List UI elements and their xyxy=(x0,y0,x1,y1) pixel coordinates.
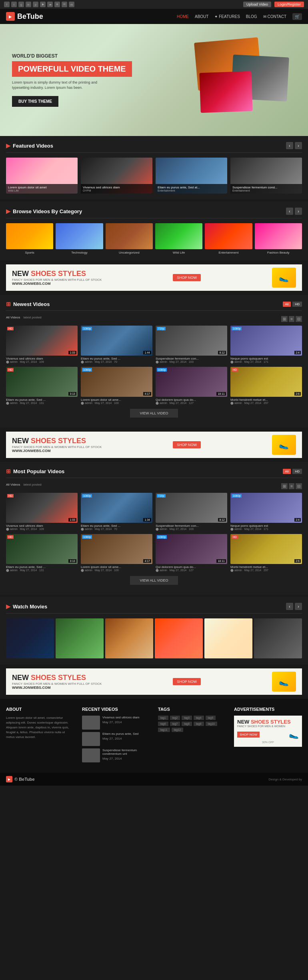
compact-view-icon[interactable]: ⊟ xyxy=(296,316,302,322)
pinterest-icon[interactable]: p xyxy=(33,2,38,7)
vk-icon[interactable]: vk xyxy=(69,2,74,7)
featured-video-4[interactable]: Suspendisse fermentum cond... Entertainm… xyxy=(230,158,302,194)
tag-11[interactable]: tag11 xyxy=(158,728,170,732)
login-register-button[interactable]: Login/Register xyxy=(274,2,304,7)
banner-ad-3[interactable]: NEW SHOES STYLES FANCY SHOES FOR MEN & W… xyxy=(6,668,302,695)
movie-4[interactable] xyxy=(155,618,203,658)
soundcloud-icon[interactable]: ☁ xyxy=(47,2,53,7)
featured-next-arrow[interactable]: › xyxy=(295,142,302,149)
rss-icon[interactable]: ⊛ xyxy=(54,2,60,7)
newest-filter-bar: All Videos latest posted ⊞ ≡ ⊟ xyxy=(6,316,302,322)
tag-4[interactable]: tag4 xyxy=(194,716,204,720)
popular-video-4[interactable]: 1080p 2:4 Neque porro quisquam est ⬤ adm… xyxy=(230,493,302,531)
popular-list-view-icon[interactable]: ≡ xyxy=(289,483,294,489)
footer-ad[interactable]: NEW SHOES STYLES FANCY SHOES FOR MEN & W… xyxy=(234,716,302,747)
category-name-fashion: Fashion Beauty xyxy=(255,251,302,254)
movie-1[interactable] xyxy=(6,618,54,658)
newest-video-2[interactable]: 1080p 1:44 Etiam eu purus ante, Sed ... … xyxy=(81,326,152,364)
popular-video-6[interactable]: 1080p 4:17 Lorem ipsum dolor sit ame... … xyxy=(81,534,152,572)
category-sports[interactable]: Sports xyxy=(6,223,53,254)
featured-video-2[interactable]: Vivamus sed ultrices diam OYPM xyxy=(81,158,152,194)
tag-10[interactable]: tag10 xyxy=(206,722,218,726)
movies-prev-arrow[interactable]: ‹ xyxy=(286,603,293,610)
popular-video-1[interactable]: HD 1:03 Vivamus sed ultrices diam ⬤ admi… xyxy=(6,493,78,531)
newest-video-8[interactable]: HD 2:6 Morbi hendrerit metue et... ⬤ adm… xyxy=(230,367,302,405)
popular-filter-all[interactable]: All xyxy=(283,469,291,474)
popular-video-7[interactable]: 1080p 18:11 Qui dolorem ipsum qua do... … xyxy=(156,534,227,572)
tag-12[interactable]: tag12 xyxy=(172,728,184,732)
banner2-shop-button[interactable]: SHOP NOW xyxy=(173,441,201,448)
banner-shop-button[interactable]: SHOP NOW xyxy=(173,274,201,281)
movie-2[interactable] xyxy=(56,618,104,658)
newest-filter-all[interactable]: All xyxy=(283,302,291,307)
youtube-icon[interactable]: ▶ xyxy=(40,2,46,7)
nav-features[interactable]: ✦ FEATURES xyxy=(214,14,240,19)
logo[interactable]: BeTube xyxy=(6,12,43,21)
newest-vtitle-2: Etiam eu purus ante, Sed ... xyxy=(81,357,152,360)
tag-6[interactable]: tag6 xyxy=(158,722,168,726)
newest-filter-hd[interactable]: HD xyxy=(292,302,302,307)
tag-1[interactable]: tag1 xyxy=(158,716,168,720)
popular-filter-hd[interactable]: HD xyxy=(292,469,302,474)
popular-video-2[interactable]: 1080p 1:34 Etiam eu purus ante, Sed ... … xyxy=(81,493,152,531)
movie-5[interactable] xyxy=(204,618,252,658)
footer-recent-item-2[interactable]: Etiam eu purus ante, Sed May 27, 2014 xyxy=(82,732,150,746)
google-plus-icon[interactable]: g xyxy=(18,2,24,7)
facebook-icon[interactable]: f xyxy=(4,2,10,7)
footer-recent-item-1[interactable]: Vivamus sed ultrices diam May 27, 2014 xyxy=(82,716,150,730)
newest-video-7[interactable]: 1080p 18:11 Qui dolorem ipsum qua do... … xyxy=(156,367,227,405)
grid-view-icon[interactable]: ⊞ xyxy=(281,316,288,322)
popular-view-all-button[interactable]: VIEW ALL VIDEO xyxy=(130,576,178,585)
category-next-arrow[interactable]: › xyxy=(295,208,302,215)
newest-video-4[interactable]: 1080p 2:4 Neque porro quisquam est ⬤ adm… xyxy=(230,326,302,364)
popular-compact-view-icon[interactable]: ⊟ xyxy=(296,483,302,489)
movie-6[interactable] xyxy=(254,618,302,658)
popular-grid-view-icon[interactable]: ⊞ xyxy=(281,483,288,489)
nav-contact[interactable]: ✉ CONTACT xyxy=(263,14,286,19)
email-icon[interactable]: ✉ xyxy=(62,2,67,7)
newest-video-3[interactable]: 720p 8:12 Suspendisse fermentum con... ⬤… xyxy=(156,326,227,364)
popular-video-3[interactable]: 720p 8:12 Suspendisse fermentum con... ⬤… xyxy=(156,493,227,531)
category-uncategorized[interactable]: Uncategorized xyxy=(106,223,153,254)
newest-view-all-button[interactable]: VIEW ALL VIDEO xyxy=(130,409,178,418)
tag-2[interactable]: tag2 xyxy=(170,716,180,720)
category-prev-arrow[interactable]: ‹ xyxy=(286,208,293,215)
banner3-shop-button[interactable]: SHOP NOW xyxy=(173,678,201,685)
tag-8[interactable]: tag8 xyxy=(182,722,192,726)
footer-ad-shop-button[interactable]: SHOP NOW xyxy=(237,732,260,738)
category-technology[interactable]: Technology xyxy=(56,223,103,254)
nav-blog[interactable]: BLOG xyxy=(246,14,257,19)
tag-3[interactable]: tag3 xyxy=(182,716,192,720)
upload-video-button[interactable]: Upload Video xyxy=(243,2,271,7)
featured-prev-arrow[interactable]: ‹ xyxy=(286,142,293,149)
banner-ad-2[interactable]: NEW SHOES STYLES FANCY SHOES FOR MEN & W… xyxy=(6,432,302,458)
nav-about[interactable]: ABOUT xyxy=(195,14,208,19)
newest-video-1[interactable]: HD 1:03 Vivamus sed ultrices diam ⬤ admi… xyxy=(6,326,78,364)
nav-home[interactable]: HOME xyxy=(177,14,189,19)
movie-3[interactable] xyxy=(105,618,153,658)
footer-recent-item-3[interactable]: Suspendisse fermentum condimentum unt Ma… xyxy=(82,748,150,762)
tag-5[interactable]: tag5 xyxy=(206,716,216,720)
movies-next-arrow[interactable]: › xyxy=(295,603,302,610)
category-name-entertainment: Entertainment xyxy=(205,251,252,254)
featured-video-3[interactable]: Etiam eu purus ante, Sed at... Entertain… xyxy=(156,158,227,194)
twitter-icon[interactable]: t xyxy=(11,2,17,7)
popular-video-5[interactable]: HD 3:13 Etiam eu purus ante, Sed ... ⬤ a… xyxy=(6,534,78,572)
featured-video-1[interactable]: Lorem ipsum dolor sit amet Wild Life xyxy=(6,158,78,194)
tag-9[interactable]: tag9 xyxy=(194,722,204,726)
category-fashion[interactable]: Fashion Beauty xyxy=(255,223,302,254)
linkedin-icon[interactable]: in xyxy=(26,2,31,7)
popular-all-label[interactable]: All Videos xyxy=(6,483,20,486)
hero-cta-button[interactable]: buy ThIs TheME xyxy=(12,96,58,107)
category-entertainment[interactable]: Entertainment xyxy=(205,223,252,254)
newest-all-label[interactable]: All Videos xyxy=(6,316,20,319)
cart-icon[interactable]: 🛒 xyxy=(292,13,302,20)
banner-ad-1[interactable]: NEW SHOES STYLES FANCY SHOES FOR MEN & W… xyxy=(6,264,302,291)
newest-video-5[interactable]: HD 3:13 Etiam eu purus ante, Sed ... ⬤ a… xyxy=(6,367,78,405)
category-wildlife[interactable]: Wild Life xyxy=(155,223,202,254)
list-view-icon[interactable]: ≡ xyxy=(289,316,294,322)
tag-7[interactable]: tag7 xyxy=(170,722,180,726)
newest-thumb-5: HD 3:13 xyxy=(6,367,78,397)
popular-video-8[interactable]: HD 2:6 Morbi hendrerit metue et... ⬤ adm… xyxy=(230,534,302,572)
newest-video-6[interactable]: 1080p 4:17 Lorem ipsum dolor sit ame... … xyxy=(81,367,152,405)
